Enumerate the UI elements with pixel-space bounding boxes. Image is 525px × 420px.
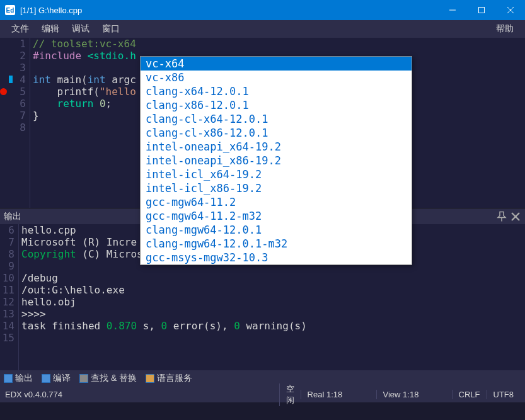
bottom-tabs: 输出 编译 查找 & 替换 语言服务 (0, 370, 525, 387)
status-version: EDX v0.4.0.774 (5, 390, 279, 399)
dropdown-item[interactable]: vc-x64 (141, 57, 412, 71)
editor-gutter: 12345678 (11, 38, 30, 208)
dropdown-item[interactable]: clang-x64-12.0.1 (141, 84, 412, 98)
output-line: /debug (21, 272, 525, 284)
status-idle: 空闲 (279, 383, 301, 406)
statusbar: EDX v0.4.0.774 空闲 Real 1:18 View 1:18 CR… (0, 387, 525, 402)
status-enc: UTF8 (487, 390, 521, 399)
tab-lang-label: 语言服务 (157, 373, 192, 384)
output-line: >>>> (21, 308, 525, 320)
menu-file[interactable]: 文件 (5, 22, 35, 36)
dropdown-item[interactable]: clang-cl-x86-12.0.1 (141, 126, 412, 140)
output-line: /out:G:\hello.exe (21, 284, 525, 296)
minimize-button[interactable] (438, 0, 467, 20)
output-line: task finished 0.870 s, 0 error(s), 0 war… (21, 320, 525, 332)
window-controls (438, 0, 525, 20)
status-real: Real 1:18 (301, 390, 376, 399)
doc-icon (4, 374, 13, 383)
tab-lang[interactable]: 语言服务 (146, 373, 192, 384)
dropdown-item[interactable]: intel-icl_x86-19.2 (141, 181, 412, 195)
dropdown-item[interactable]: gcc-msys-mgw32-10.3 (141, 251, 412, 264)
dropdown-item[interactable]: gcc-mgw64-11.2-m32 (141, 209, 412, 223)
find-icon (79, 374, 88, 383)
dropdown-item[interactable]: intel-oneapi_x64-19.2 (141, 140, 412, 154)
maximize-button[interactable] (467, 0, 496, 20)
dropdown-item[interactable]: clang-mgw64-12.0.1-m32 (141, 237, 412, 251)
dropdown-item[interactable]: gcc-mgw64-11.2 (141, 195, 412, 209)
close-button[interactable] (496, 0, 525, 20)
breakpoint-icon[interactable] (0, 88, 7, 95)
status-crlf: CRLF (452, 390, 487, 399)
status-view: View 1:18 (376, 390, 452, 399)
tab-compile-label: 编译 (53, 373, 71, 384)
svg-rect-1 (479, 8, 485, 13)
menu-window[interactable]: 窗口 (96, 22, 126, 36)
tab-find-label: 查找 & 替换 (91, 373, 137, 384)
pin-icon[interactable] (496, 211, 507, 222)
output-line (21, 332, 525, 344)
titlebar: Ed [1/1] G:\hello.cpp (0, 0, 525, 20)
dropdown-item[interactable]: clang-cl-x64-12.0.1 (141, 112, 412, 126)
dropdown-item[interactable]: intel-icl_x64-19.2 (141, 167, 412, 181)
tab-output[interactable]: 输出 (4, 373, 33, 384)
output-gutter: 6789101112131415 (0, 224, 19, 370)
menu-debug[interactable]: 调试 (66, 22, 96, 36)
dropdown-item[interactable]: intel-oneapi_x86-19.2 (141, 154, 412, 167)
menu-help[interactable]: 帮助 (490, 22, 520, 36)
dropdown-item[interactable]: clang-x86-12.0.1 (141, 98, 412, 112)
dropdown-item[interactable]: clang-mgw64-12.0.1 (141, 223, 412, 237)
code-line[interactable]: // toolset:vc-x64 (33, 38, 525, 50)
lang-icon (146, 374, 154, 383)
app-icon: Ed (5, 5, 15, 15)
window-title: [1/1] G:\hello.cpp (20, 6, 438, 15)
tab-output-label: 输出 (15, 373, 33, 384)
menu-edit[interactable]: 编辑 (35, 22, 66, 36)
dropdown-item[interactable]: vc-x86 (141, 71, 412, 84)
output-line: hello.obj (21, 296, 525, 308)
bookmark-icon[interactable] (9, 76, 13, 83)
tab-find[interactable]: 查找 & 替换 (79, 373, 137, 384)
menubar: 文件 编辑 调试 窗口 帮助 (0, 20, 525, 38)
doc-icon (42, 374, 50, 383)
tab-compile[interactable]: 编译 (42, 373, 71, 384)
toolset-dropdown[interactable]: vc-x64vc-x86clang-x64-12.0.1clang-x86-12… (140, 56, 412, 265)
close-panel-icon[interactable] (510, 211, 521, 222)
